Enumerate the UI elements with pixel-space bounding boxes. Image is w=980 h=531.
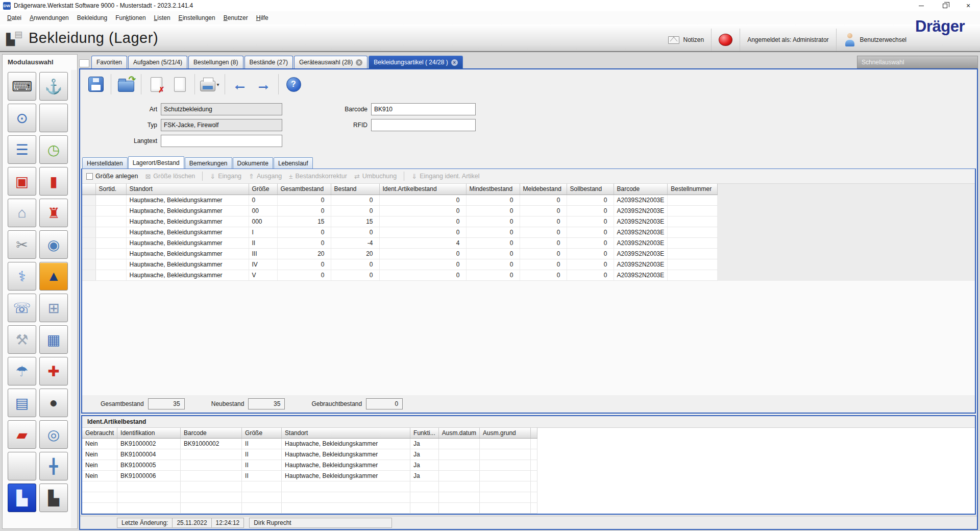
ident-row[interactable]: NeinBK91000002BK91000002IIHauptwache, Be…: [82, 439, 537, 449]
column-header-sollbestand[interactable]: Sollbestand: [567, 184, 614, 195]
tab-close-icon[interactable]: ×: [356, 59, 362, 66]
tab-aufgaben-5-21-4[interactable]: Aufgaben (5/21/4): [128, 56, 187, 68]
module-clothing-store[interactable]: ▙: [8, 484, 36, 512]
back-button[interactable]: ←: [228, 73, 252, 96]
notizen-button[interactable]: Notizen: [661, 29, 712, 51]
module-rescue-spreader[interactable]: ✂: [8, 230, 36, 259]
menu-item-hilfe[interactable]: Hilfe: [252, 13, 273, 23]
menu-item-datei[interactable]: Datei: [3, 13, 26, 23]
module-lifting-hooks[interactable]: ⚓: [39, 72, 68, 101]
column-header-sortid-[interactable]: Sortid.: [95, 184, 126, 195]
subtab-herstelldaten[interactable]: Herstelldaten: [82, 157, 128, 168]
menu-item-benutzer[interactable]: Benutzer: [219, 13, 252, 23]
stock-row[interactable]: Hauptwache, BekleidungskammerI000000A203…: [82, 227, 718, 237]
module-syringe[interactable]: ⚕: [8, 262, 36, 291]
module-measuring-device[interactable]: ▤: [8, 389, 36, 417]
column-header-größe[interactable]: Größe: [242, 428, 282, 439]
new-record-button[interactable]: [168, 73, 191, 96]
module-blank-module-2[interactable]: [8, 452, 36, 480]
barcode-field[interactable]: [371, 103, 476, 115]
stock-row[interactable]: Hauptwache, BekleidungskammerIV000000A20…: [82, 259, 718, 270]
column-header-bestellnummer[interactable]: Bestellnummer: [668, 184, 718, 195]
module-test-gauge[interactable]: ◷: [39, 135, 68, 164]
module-protective-bag[interactable]: ●: [39, 389, 68, 417]
stock-row[interactable]: Hauptwache, Bekleidungskammer00015150000…: [82, 216, 718, 227]
column-header-ausm-datum[interactable]: Ausm.datum: [438, 428, 479, 439]
save-button[interactable]: [84, 73, 108, 96]
module-blank-module-1[interactable]: [39, 104, 68, 132]
stock-row[interactable]: Hauptwache, Bekleidungskammer00000000A20…: [82, 205, 718, 216]
tab-favoriten[interactable]: Favoriten: [91, 56, 127, 68]
module-fire-truck[interactable]: ▣: [8, 167, 36, 196]
module-rack-tools[interactable]: ⚒: [8, 325, 36, 354]
connection-status[interactable]: [711, 29, 740, 51]
stock-row[interactable]: Hauptwache, Bekleidungskammer0000000A203…: [82, 195, 718, 205]
module-clothing-scan[interactable]: ▙: [39, 484, 68, 512]
close-button[interactable]: ×: [957, 0, 980, 11]
module-edv-equipment[interactable]: ⌨: [8, 72, 36, 101]
subtab-lebenslauf[interactable]: Lebenslauf: [274, 157, 313, 168]
column-header-ident-artikelbestand[interactable]: Ident.Artikelbestand: [379, 184, 466, 195]
art-field[interactable]: [161, 103, 282, 115]
typ-field[interactable]: [161, 119, 282, 131]
stock-row[interactable]: Hauptwache, BekleidungskammerV000000A203…: [82, 270, 718, 280]
menu-item-bekleidung[interactable]: Bekleidung: [73, 13, 111, 23]
tab-scroll-button[interactable]: [79, 59, 89, 67]
module-warning-sign[interactable]: ▲: [39, 262, 68, 291]
column-header-gebraucht[interactable]: Gebraucht: [82, 428, 117, 439]
column-header-meldebestand[interactable]: Meldebestand: [520, 184, 567, 195]
dropdown-caret-icon[interactable]: ▾: [216, 82, 219, 87]
column-header-funkti-[interactable]: Funkti...: [410, 428, 439, 439]
subtab-lagerort-bestand[interactable]: Lagerort/Bestand: [128, 156, 184, 168]
sidebar-scrollbar[interactable]: [71, 70, 77, 528]
menu-item-anwendungen[interactable]: Anwendungen: [26, 13, 73, 23]
stock-row[interactable]: Hauptwache, BekleidungskammerIII20200000…: [82, 248, 718, 259]
delete-record-button[interactable]: ✗: [144, 73, 168, 96]
tab-geräteauswahl-28[interactable]: Geräteauswahl (28)×: [294, 56, 368, 68]
langtext-field[interactable]: [161, 135, 282, 147]
module-rope[interactable]: ◉: [39, 230, 68, 259]
module-ladder-axe[interactable]: ☰: [8, 135, 36, 164]
quick-select-panel-header[interactable]: Schnellauswahl: [857, 56, 978, 68]
column-header-ausm-grund[interactable]: Ausm.grund: [480, 428, 531, 439]
open-button[interactable]: [114, 73, 138, 96]
stock-row[interactable]: Hauptwache, BekleidungskammerII0-44000A2…: [82, 237, 718, 248]
column-header-größe[interactable]: Größe: [249, 184, 277, 195]
tab-bestände-27[interactable]: Bestände (27): [244, 56, 293, 68]
action-größe-anlegen[interactable]: Größe anlegen: [86, 173, 138, 180]
column-header-gesamtbestand[interactable]: Gesamtbestand: [277, 184, 331, 195]
module-building-key[interactable]: ⌂: [8, 199, 36, 227]
forward-button[interactable]: →: [252, 73, 275, 96]
restore-button[interactable]: [933, 0, 957, 11]
column-header-bestand[interactable]: Bestand: [331, 184, 379, 195]
tab-bekleidungsartikel-24-28[interactable]: Bekleidungsartikel ( 24/28 )×: [369, 56, 462, 68]
ident-row[interactable]: NeinBK91000004IIHauptwache, Bekleidungsk…: [82, 449, 537, 460]
ident-row[interactable]: NeinBK91000005IIHauptwache, Bekleidungsk…: [82, 460, 537, 471]
module-valve[interactable]: ╋: [39, 452, 68, 480]
menu-item-einstellungen[interactable]: Einstellungen: [175, 13, 219, 23]
module-fire-extinguisher[interactable]: ▮: [39, 167, 68, 196]
module-rack-service[interactable]: ⊞: [39, 294, 68, 322]
column-header-identifikation[interactable]: Identifikation: [117, 428, 181, 439]
module-first-aid[interactable]: ✚: [39, 357, 68, 385]
module-fire-hose[interactable]: ◎: [39, 420, 68, 449]
tab-bestellungen-8[interactable]: Bestellungen (8): [188, 56, 243, 68]
column-header-standort[interactable]: Standort: [126, 184, 249, 195]
print-button[interactable]: ▾: [198, 73, 222, 96]
module-sprinkler[interactable]: ☂: [8, 357, 36, 385]
column-header-barcode[interactable]: Barcode: [181, 428, 242, 439]
module-breathing-mask[interactable]: ⊙: [8, 104, 36, 132]
tab-close-icon[interactable]: ×: [451, 59, 458, 66]
column-header-barcode[interactable]: Barcode: [614, 184, 668, 195]
subtab-bemerkungen[interactable]: Bemerkungen: [185, 157, 232, 168]
help-button[interactable]: ?: [282, 73, 305, 96]
module-test-bench[interactable]: ▦: [39, 325, 68, 354]
subtab-dokumente[interactable]: Dokumente: [233, 157, 273, 168]
module-pump[interactable]: ▰: [8, 420, 36, 449]
ident-row[interactable]: NeinBK91000006IIHauptwache, Bekleidungsk…: [82, 471, 537, 481]
menu-item-funktionen[interactable]: Funktionen: [111, 13, 150, 23]
module-handheld-radio[interactable]: ☏: [8, 294, 36, 322]
column-header-mindestbestand[interactable]: Mindestbestand: [466, 184, 520, 195]
module-hydrant[interactable]: ♜: [39, 199, 68, 227]
rfid-field[interactable]: [371, 119, 476, 131]
